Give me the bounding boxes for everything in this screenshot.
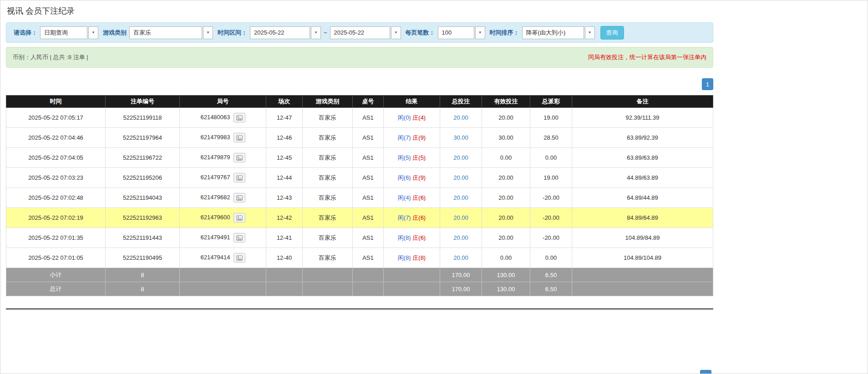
column-header: 局号 [180,96,266,108]
page-size-label: 每页笔数： [406,29,435,37]
page-size-combobox[interactable]: 100 ▼ [438,26,485,39]
cell-payout: 19.00 [530,108,572,128]
video-preview-icon [236,195,243,201]
empty-cell [266,268,303,282]
section-divider [6,308,713,309]
sort-order-combobox[interactable]: 降幂(由大到小) ▼ [522,26,595,39]
page-size-value[interactable]: 100 [438,26,474,39]
round-media-button[interactable] [233,193,245,202]
query-type-label: 请选择： [14,29,37,37]
round-media-button[interactable] [233,233,245,243]
table-row: 2025-05-22 07:03:23522521195206621479767… [6,168,713,188]
video-preview-icon [236,175,243,181]
table-header-row: 时间注单编号局号场次游戏类别桌号结果总投注有效投注总派彩备注 [6,96,713,108]
chevron-down-icon[interactable]: ▼ [585,26,595,39]
total-bet-link[interactable]: 20.00 [453,214,468,221]
cell-total-bet: 20.00 [440,188,482,208]
cell-game-type: 百家乐 [303,228,353,248]
cell-bet-id: 522521190495 [106,248,180,268]
query-type-value[interactable]: 日期查询 [40,26,87,39]
total-bet-link[interactable]: 20.00 [453,174,468,181]
total-bet-link[interactable]: 20.00 [453,154,468,161]
total-bet-link[interactable]: 20.00 [453,234,468,241]
cell-game-type: 百家乐 [303,168,353,188]
subtotal-total-bet: 170.00 [440,268,482,282]
pagination-top: 1 [6,78,713,90]
cell-note: 63.89/92.39 [572,128,713,148]
total-label: 总计 [6,282,106,296]
date-from-combobox[interactable]: 2025-05-22 ▼ [250,26,321,39]
round-id-text: 621479491 [200,234,230,241]
cell-time: 2025-05-22 07:02:19 [6,208,106,228]
result-player: 闲(7) [398,214,411,221]
total-bet-link[interactable]: 30.00 [453,134,468,141]
table-row: 2025-05-22 07:04:05522521196722621479879… [6,148,713,168]
cell-payout: -20.00 [530,208,572,228]
result-banker: 庄(6) [412,194,426,201]
table-row: 2025-05-22 07:02:19522521192963621479600… [6,208,713,228]
video-preview-icon [236,255,243,261]
column-header: 场次 [266,96,303,108]
date-to-combobox[interactable]: 2025-05-22 ▼ [330,26,401,39]
cell-table-no: AS1 [353,148,384,168]
result-player: 闲(8) [398,254,411,261]
round-id-text: 621480063 [200,114,230,121]
round-media-button[interactable] [233,133,245,142]
result-banker: 庄(9) [412,174,426,181]
chevron-down-icon[interactable]: ▼ [391,26,401,39]
table-row: 2025-05-22 07:01:35522521191443621479491… [6,228,713,248]
cell-note: 104.89/104.89 [572,248,713,268]
sort-order-value[interactable]: 降幂(由大到小) [522,26,584,39]
cell-payout: -20.00 [530,228,572,248]
result-player: 闲(0) [398,114,411,121]
query-button[interactable]: 查询 [600,26,624,40]
page-1-button[interactable]: 1 [702,78,713,90]
cell-total-bet: 20.00 [440,248,482,268]
round-media-button[interactable] [233,113,245,122]
cell-result: 闲(8) 庄(8) [384,248,440,268]
cell-session: 12-44 [266,168,303,188]
chevron-down-icon[interactable]: ▼ [311,26,321,39]
cell-total-bet: 20.00 [440,168,482,188]
video-preview-icon [236,235,243,241]
game-type-value[interactable]: 百家乐 [129,26,202,39]
video-preview-icon [236,155,243,161]
date-from-value[interactable]: 2025-05-22 [250,26,310,39]
round-media-button[interactable] [233,253,245,263]
cell-game-type: 百家乐 [303,148,353,168]
empty-cell [353,282,384,296]
cell-result: 闲(4) 庄(6) [384,188,440,208]
column-header: 有效投注 [482,96,530,108]
chevron-down-icon[interactable]: ▼ [475,26,485,39]
empty-cell [180,268,266,282]
chevron-down-icon[interactable]: ▼ [88,26,98,39]
cell-note: 44.89/63.89 [572,168,713,188]
empty-cell [572,268,713,282]
cell-round-id: 621479600 [180,208,266,228]
cell-time: 2025-05-22 07:01:35 [6,228,106,248]
video-preview-icon [236,215,243,221]
game-type-combobox[interactable]: 百家乐 ▼ [129,26,213,39]
currency-total-text: 币别：人民币 | 总共 :8 注单 | [13,53,88,61]
chevron-down-icon[interactable]: ▼ [203,26,213,39]
total-bet-link[interactable]: 20.00 [453,114,468,121]
cell-game-type: 百家乐 [303,128,353,148]
column-header: 备注 [572,96,713,108]
total-row: 总计 8 170.00 130.00 6.50 [6,282,713,296]
round-media-button[interactable] [233,173,245,182]
subtotal-payout: 6.50 [530,268,572,282]
round-media-button[interactable] [233,213,245,222]
round-media-button[interactable] [233,153,245,162]
cell-table-no: AS1 [353,208,384,228]
cell-round-id: 621479682 [180,188,266,208]
query-type-combobox[interactable]: 日期查询 ▼ [40,26,98,39]
total-bet-link[interactable]: 20.00 [453,254,468,261]
cell-payout: 19.00 [530,168,572,188]
table-row: 2025-05-22 07:05:17522521199118621480063… [6,108,713,128]
empty-cell [180,282,266,296]
cell-valid-bet: 20.00 [482,188,530,208]
page-1-button-bottom[interactable]: 1 [700,370,711,374]
total-bet-link[interactable]: 20.00 [453,194,468,201]
cell-result: 闲(7) 庄(6) [384,208,440,228]
date-to-value[interactable]: 2025-05-22 [330,26,390,39]
